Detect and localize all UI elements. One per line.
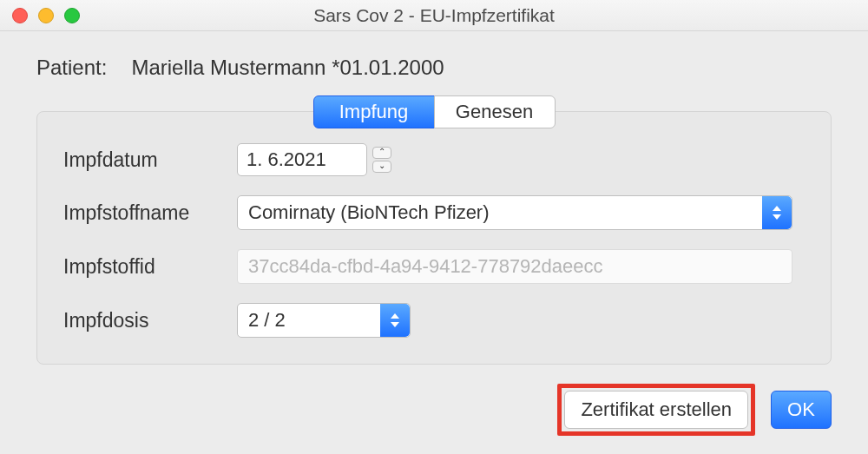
impfdosis-label: Impfdosis: [63, 309, 237, 332]
create-button-highlight: Zertifikat erstellen: [557, 384, 755, 436]
zoom-icon[interactable]: [64, 8, 80, 23]
impfdatum-field[interactable]: 1. 6.2021: [237, 143, 367, 176]
chevron-up-icon[interactable]: ⌃: [372, 147, 391, 159]
impfstoffid-label: Impfstoffid: [63, 255, 237, 279]
ok-button[interactable]: OK: [771, 391, 832, 429]
impfdosis-select[interactable]: 2 / 2: [237, 303, 411, 338]
form-groupbox: Impfdatum 1. 6.2021 ⌃ ⌄ Impfstoffname Co…: [36, 111, 832, 365]
window-controls: [12, 8, 80, 23]
chevron-down-icon[interactable]: ⌄: [372, 161, 391, 173]
close-icon[interactable]: [12, 8, 28, 23]
patient-label: Patient:: [36, 56, 107, 80]
tab-impfung[interactable]: Impfung: [313, 95, 435, 128]
tab-genesen[interactable]: Genesen: [434, 95, 556, 128]
impfstoffid-field: 37cc84da-cfbd-4a94-9412-778792daeecc: [237, 249, 792, 284]
impfstoffname-label: Impfstoffname: [63, 201, 237, 225]
select-stepper-icon[interactable]: [762, 196, 792, 229]
impfdosis-value: 2 / 2: [248, 309, 286, 332]
window-title: Sars Cov 2 - EU-Impfzertifikat: [0, 5, 868, 26]
impfstoffname-select[interactable]: Comirnaty (BioNTech Pfizer): [237, 195, 792, 230]
minimize-icon[interactable]: [38, 8, 54, 23]
patient-name: Mariella Mustermann *01.01.2000: [131, 56, 444, 80]
impfstoffname-value: Comirnaty (BioNTech Pfizer): [248, 201, 490, 224]
create-certificate-button[interactable]: Zertifikat erstellen: [564, 391, 748, 429]
date-stepper[interactable]: ⌃ ⌄: [372, 147, 391, 173]
select-stepper-icon[interactable]: [380, 304, 410, 337]
titlebar: Sars Cov 2 - EU-Impfzertifikat: [0, 0, 868, 31]
impfdatum-label: Impfdatum: [63, 148, 237, 172]
